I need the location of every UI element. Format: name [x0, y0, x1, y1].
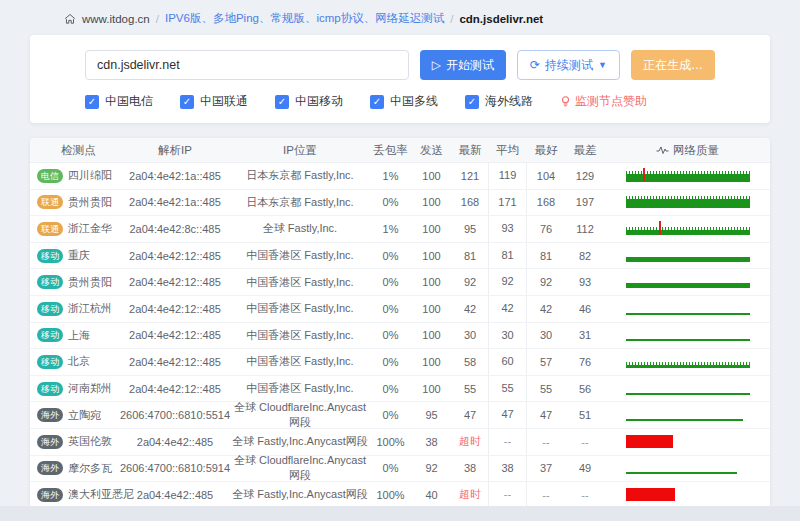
quality-chart — [626, 247, 750, 265]
line-type-badge: 海外 — [37, 408, 63, 422]
cell-avg: 30 — [488, 323, 527, 349]
quality-bar — [626, 419, 744, 421]
cell-best: -- — [527, 436, 565, 448]
table-header: 检测点 解析IP IP位置 丢包率 发送 最新 平均 最好 最差 网络质量 — [30, 138, 770, 163]
line-checkbox-2[interactable]: ✓中国移动 — [275, 93, 343, 110]
quality-bar — [626, 313, 750, 315]
node-name: 四川绵阳 — [68, 168, 112, 183]
cell-node: 电信四川绵阳 — [30, 168, 120, 183]
table-row: 移动上海2a04:4e42:12::485中国香港区 Fastly,Inc.0%… — [30, 322, 770, 349]
cell-worst: -- — [565, 436, 605, 448]
checkbox-checked-icon[interactable]: ✓ — [180, 95, 194, 109]
checkbox-checked-icon[interactable]: ✓ — [465, 95, 479, 109]
cell-node: 联通浙江金华 — [30, 221, 120, 236]
checkbox-list: ✓中国电信✓中国联通✓中国移动✓中国多线✓海外线路 — [85, 93, 560, 110]
cell-avg: 47 — [488, 402, 527, 428]
cell-latest: 47 — [452, 409, 488, 421]
table-row: 移动贵州贵阳2a04:4e42:12::485中国香港区 Fastly,Inc.… — [30, 268, 770, 295]
line-type-badge: 海外 — [37, 435, 63, 449]
table-row: 海外立陶宛2606:4700::6810:5514全球 CloudflareIn… — [30, 401, 770, 428]
quality-chart — [626, 220, 750, 238]
checkbox-checked-icon[interactable]: ✓ — [85, 95, 99, 109]
loss-spike-marker — [659, 221, 661, 235]
cell-avg: 81 — [488, 243, 527, 269]
cell-avg: 60 — [488, 349, 527, 375]
cell-quality — [605, 220, 770, 238]
cell-quality — [605, 193, 770, 211]
breadcrumb-section-links[interactable]: IPV6版、多地Ping、常规版、icmp协议、网络延迟测试 — [165, 11, 444, 26]
cell-loss: 0% — [370, 250, 411, 262]
cell-resolved-ip: 2a04:4e42:1a::485 — [120, 170, 230, 182]
checkbox-checked-icon[interactable]: ✓ — [370, 95, 384, 109]
line-checkbox-3[interactable]: ✓中国多线 — [370, 93, 438, 110]
generating-button[interactable]: 正在生成… — [631, 50, 715, 80]
continuous-test-button[interactable]: ⟳ 持续测试 ▼ — [517, 50, 620, 80]
table-row: 移动北京2a04:4e42:12::485中国香港区 Fastly,Inc.0%… — [30, 348, 770, 375]
node-name: 北京 — [68, 354, 90, 369]
cell-avg: -- — [488, 429, 527, 455]
cell-ip-location: 全球 Fastly,Inc.Anycast网段 — [230, 434, 370, 449]
header-quality: 网络质量 — [605, 143, 770, 158]
cell-avg: 93 — [488, 216, 527, 242]
quality-chart — [626, 406, 750, 424]
cell-loss: 0% — [370, 303, 411, 315]
cell-quality — [605, 353, 770, 371]
sponsor-bulb-icon — [560, 95, 571, 108]
header-location: IP位置 — [230, 143, 370, 158]
cell-loss: 0% — [370, 409, 411, 421]
activity-icon — [656, 145, 669, 155]
node-name: 浙江金华 — [68, 221, 112, 236]
cell-quality — [605, 247, 770, 265]
header-loss: 丢包率 — [370, 143, 411, 158]
cell-resolved-ip: 2a04:4e42:12::485 — [120, 303, 230, 315]
cell-latest: 超时 — [452, 487, 488, 502]
checkbox-label: 海外线路 — [485, 93, 533, 110]
cell-loss: 0% — [370, 356, 411, 368]
node-name: 重庆 — [68, 248, 90, 263]
cell-node: 海外英国伦敦 — [30, 434, 120, 449]
table-row: 移动重庆2a04:4e42:12::485中国香港区 Fastly,Inc.0%… — [30, 242, 770, 269]
cell-avg: 42 — [488, 296, 527, 322]
cell-node: 移动上海 — [30, 328, 120, 343]
sponsor-link[interactable]: 监测节点赞助 — [560, 93, 647, 110]
table-row: 海外英国伦敦2a04:4e42::485全球 Fastly,Inc.Anycas… — [30, 428, 770, 455]
cell-latest: 95 — [452, 223, 488, 235]
cell-node: 移动浙江杭州 — [30, 301, 120, 316]
results-table: 检测点 解析IP IP位置 丢包率 发送 最新 平均 最好 最差 网络质量 电信… — [30, 138, 770, 508]
line-checkbox-0[interactable]: ✓中国电信 — [85, 93, 153, 110]
checkbox-checked-icon[interactable]: ✓ — [275, 95, 289, 109]
line-type-badge: 移动 — [37, 275, 63, 289]
cell-quality — [605, 326, 770, 344]
cell-node: 海外澳大利亚悉尼 — [30, 487, 120, 502]
cell-ip-location: 中国香港区 Fastly,Inc. — [230, 301, 370, 316]
cell-worst: 56 — [565, 383, 605, 395]
cell-ip-location: 中国香港区 Fastly,Inc. — [230, 328, 370, 343]
cell-resolved-ip: 2a04:4e42:12::485 — [120, 383, 230, 395]
line-checkbox-4[interactable]: ✓海外线路 — [465, 93, 533, 110]
chevron-down-icon: ▼ — [598, 60, 607, 70]
cell-loss: 100% — [370, 489, 411, 501]
cell-loss: 1% — [370, 170, 411, 182]
node-name: 英国伦敦 — [68, 434, 112, 449]
cell-node: 移动北京 — [30, 354, 120, 369]
line-checkbox-1[interactable]: ✓中国联通 — [180, 93, 248, 110]
home-icon — [64, 13, 76, 25]
cell-sent: 100 — [411, 356, 452, 368]
cell-ip-location: 全球 CloudflareInc.Anycast网段 — [230, 400, 370, 430]
quality-bar — [626, 230, 750, 235]
cell-ip-location: 中国香港区 Fastly,Inc. — [230, 275, 370, 290]
cell-quality — [605, 380, 770, 398]
cell-sent: 100 — [411, 250, 452, 262]
quality-chart — [626, 353, 750, 371]
cell-quality — [605, 459, 770, 477]
cell-worst: -- — [565, 489, 605, 501]
start-test-button[interactable]: ▷ 开始测试 — [420, 50, 506, 80]
cell-best: 47 — [527, 409, 565, 421]
search-panel: ▷ 开始测试 ⟳ 持续测试 ▼ 正在生成… ✓中国电信✓中国联通✓中国移动✓中国… — [30, 35, 770, 123]
cell-resolved-ip: 2a04:4e42:12::485 — [120, 329, 230, 341]
quality-chart — [626, 459, 750, 477]
cell-ip-location: 全球 Fastly,Inc. — [230, 221, 370, 236]
breadcrumb-site-link[interactable]: www.itdog.cn — [82, 13, 150, 25]
cell-resolved-ip: 2a04:4e42:1a::485 — [120, 196, 230, 208]
host-input[interactable] — [85, 50, 409, 80]
